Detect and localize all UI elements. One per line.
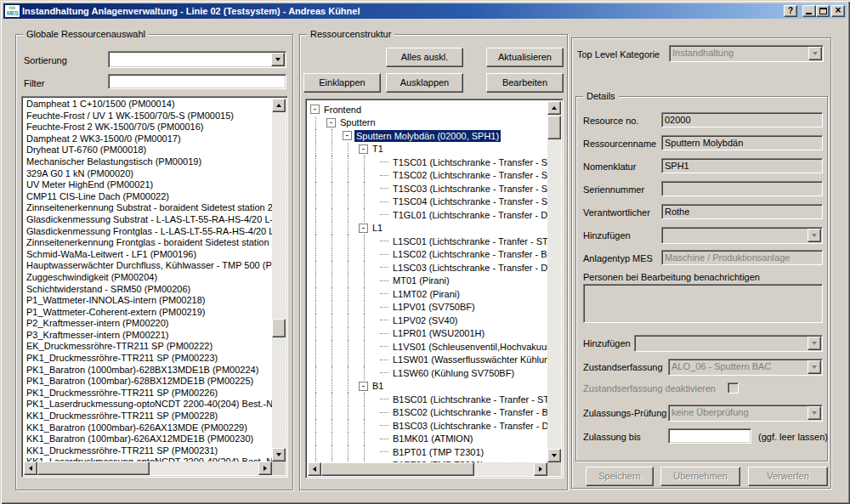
zustandserfassung-select[interactable]: ALO_06 - Sputtern BAC [668, 359, 823, 376]
minimize-button[interactable] [802, 5, 816, 17]
uebernehmen-button[interactable]: Übernehmen [660, 467, 740, 486]
list-item[interactable]: Glasdickenmessung Substrat - L-LAS-LT-55… [24, 214, 272, 226]
list-item[interactable]: Zuggeschwindigkeit (PM00204) [24, 272, 272, 284]
tree-node[interactable]: T1GL01 (Lichtschranke - Transfer - Det [308, 208, 547, 222]
tree-node-label[interactable]: L1SW60 (Kühlung SV750BF) [391, 367, 516, 379]
ausklappen-button[interactable]: Ausklappen [386, 73, 463, 93]
scroll-down-icon[interactable] [547, 449, 561, 462]
tree-node-label[interactable]: L1SC03 (Lichtschranke - Transfer - Dete [391, 262, 547, 274]
list-item[interactable]: Feuchte-Frost / UV 1 WK-1500/70/5-S (PM0… [24, 110, 272, 122]
zulassung-bis-input[interactable] [668, 428, 751, 444]
tree-node-label[interactable]: B1MK01 (ATMION) [391, 433, 475, 445]
tree-node[interactable]: -B1 [308, 380, 547, 394]
verwerfen-button[interactable]: Verwerfen [748, 467, 828, 486]
help-button[interactable]: ? [784, 5, 797, 17]
tree-node[interactable]: MT01 (Pirani) [308, 275, 547, 288]
tree-node[interactable]: B1SC02 (Lichtschranke - Transfer - Bren [308, 406, 547, 420]
tree-node[interactable]: L1PV02 (SV40) [308, 314, 547, 327]
tree-node[interactable]: B1SC03 (Lichtschranke - Transfer - Det [308, 419, 547, 433]
tree-node[interactable]: -Frontend [308, 103, 547, 116]
hscroll-thumb[interactable] [321, 462, 474, 476]
scroll-down-icon[interactable] [272, 448, 286, 462]
zustand-deaktivieren-checkbox[interactable] [728, 382, 739, 394]
resource-tree[interactable]: -Frontend-Sputtern-Sputtern Molybdän (02… [305, 99, 564, 479]
collapse-expander-icon[interactable]: - [326, 118, 336, 127]
list-item[interactable]: PK1_Baratron (100mbar)-628BX12MDE1B (PM0… [24, 376, 272, 388]
chevron-down-icon[interactable] [271, 53, 285, 66]
filter-input[interactable] [108, 74, 286, 89]
tree-node-label[interactable]: T1SC01 (Lichtschranke - Transfer - Sub [391, 156, 547, 168]
bearbeiten-button[interactable]: Bearbeiten [486, 73, 564, 93]
tree-node-label[interactable]: L1SC02 (Lichtschranke - Transfer - Bren [391, 248, 547, 260]
list-item[interactable]: PK1_Druckmessröhre-TTR211 SP (PM00226) [24, 388, 272, 399]
zulassungs-pruefung-select[interactable]: keine Überprüfung [668, 405, 823, 422]
tree-node[interactable]: T1SC01 (Lichtschranke - Transfer - Sub [308, 156, 547, 169]
tree-node-label[interactable]: L1SC01 (Lichtschranke - Tranfer - STOP [391, 235, 547, 247]
list-item[interactable]: Glasdickenmessung Frontglas - L-LAS-LT-5… [24, 226, 272, 238]
tree-node-label[interactable]: Sputtern Molybdän (02000, SPH1) [354, 130, 501, 142]
tree-node-label[interactable]: Sputtern [338, 116, 377, 128]
collapse-expander-icon[interactable]: - [359, 224, 368, 233]
list-item[interactable]: P1_Wattmeter-INNOLAS-intern (PM00218) [24, 295, 272, 307]
list-item[interactable]: UV Meter HighEnd (PM00021) [24, 179, 272, 191]
tree-node[interactable]: L1VS01 (Schleusenventil,Hochvakuum [308, 340, 547, 354]
tree-node-label[interactable]: L1MT02 (Pirani) [391, 288, 462, 300]
hinzufuegen2-select[interactable] [634, 335, 823, 352]
list-item[interactable]: KK1_Baratron (100mbar)-626AX12MDE1B (PM0… [24, 433, 272, 445]
resource-list[interactable]: Dampheat 1 C+10/1500 (PM00014)Feuchte-Fr… [21, 96, 288, 478]
einklappen-button[interactable]: Einklappen [303, 73, 381, 93]
tree-node-label[interactable]: B1SC02 (Lichtschranke - Transfer - Bren [391, 406, 547, 418]
tree-node-label[interactable]: L1 [371, 222, 384, 234]
list-item[interactable]: Feuchte-Frost 2 WK-1500/70/5 (PM00016) [24, 122, 272, 133]
list-item[interactable]: Schmid-WaMa-Leitwert - LF1 (PM00196) [24, 249, 272, 261]
list-item[interactable]: CMP11 CIS-Line Dach (PM00022) [24, 191, 272, 203]
list-item[interactable]: Dampheat 1 C+10/1500 (PM00014) [24, 99, 272, 110]
list-item[interactable]: KK1_Druckmessröhre-TTR211 SP (PM00228) [24, 411, 272, 422]
tree-node-label[interactable]: T1 [371, 143, 385, 155]
tree-node-label[interactable]: L1SW01 (Wasserflusswächter Kühlung [391, 354, 547, 365]
list-item[interactable]: PK1_Baratron (1000mbar)-628BX13MDE1B (PM… [24, 365, 272, 377]
scroll-up-icon[interactable] [547, 101, 561, 115]
scroll-up-icon[interactable] [272, 99, 286, 112]
resource-list-vscrollbar[interactable] [272, 99, 286, 462]
tree-node-label[interactable]: B1SC01 (Lichtschranke - Tranfer - STOP [391, 394, 547, 405]
tree-node[interactable]: L1SW01 (Wasserflusswächter Kühlung [308, 354, 547, 367]
tree-node[interactable]: L1MT02 (Pirani) [308, 287, 547, 301]
collapse-expander-icon[interactable]: - [359, 382, 368, 391]
list-item[interactable]: Zinnseitenerkennung Frontglas - boraiden… [24, 237, 272, 249]
tree-node-label[interactable]: B1PT01 (TMP T2301) [391, 446, 485, 458]
list-item[interactable]: PK1_Laserdruckmessung-optoNCDT 2200-40(2… [24, 399, 272, 411]
list-item[interactable]: PK1_Druckmessröhre-TTR211 SP (PM00223) [24, 353, 272, 365]
tree-node-label[interactable]: L1PR01 (WSU2001H) [391, 327, 486, 339]
scroll-left-icon[interactable] [308, 462, 321, 476]
hscroll-thumb[interactable] [37, 462, 150, 475]
tree-node[interactable]: -L1 [308, 222, 547, 235]
top-level-kategorie-select[interactable]: Instandhaltung [669, 45, 824, 62]
collapse-expander-icon[interactable]: - [359, 144, 368, 154]
list-item[interactable]: EK_Druckmessröhre-TTR211 SP (PM00222) [24, 341, 272, 353]
tree-node[interactable]: B1MK01 (ATMION) [308, 433, 547, 446]
tree-node[interactable]: B1SC01 (Lichtschranke - Tranfer - STOP [308, 393, 547, 406]
tree-node[interactable]: L1SW60 (Kühlung SV750BF) [308, 366, 547, 380]
resource-list-hscrollbar[interactable] [24, 462, 272, 475]
sortierung-select[interactable] [108, 51, 286, 68]
list-item[interactable]: 329A G0 1 kN (PM00020) [24, 168, 272, 180]
resource-tree-vscrollbar[interactable] [547, 101, 561, 462]
list-item[interactable]: Mechanischer Belastungstisch (PM00019) [24, 156, 272, 168]
tree-node[interactable]: B1PT01 (TMP T2301) [308, 445, 547, 459]
tree-node-label[interactable]: MT01 (Pirani) [391, 275, 451, 286]
vscroll-thumb[interactable] [272, 319, 286, 337]
list-item[interactable]: Dryheat UT-6760 (PM00018) [24, 144, 272, 156]
scroll-left-icon[interactable] [24, 462, 37, 475]
maximize-button[interactable] [816, 5, 830, 17]
hinzufuegen1-select[interactable] [661, 227, 823, 244]
list-item[interactable]: P1_Wattmeter-Coherent-extern (PM00219) [24, 307, 272, 319]
aktualisieren-button[interactable]: Aktualisieren [486, 48, 564, 67]
list-item[interactable]: P2_Kraftmesser-intern (PM00220) [24, 318, 272, 330]
tree-node[interactable]: L1SC01 (Lichtschranke - Tranfer - STOP [308, 235, 547, 248]
scroll-right-icon[interactable] [534, 462, 547, 476]
tree-node[interactable]: L1SC03 (Lichtschranke - Transfer - Dete [308, 261, 547, 275]
list-item[interactable]: Dampheat 2 WK3-1500/0 (PM00017) [24, 133, 272, 145]
tree-node[interactable]: -Sputtern [308, 116, 547, 130]
collapse-expander-icon[interactable]: - [310, 105, 320, 114]
